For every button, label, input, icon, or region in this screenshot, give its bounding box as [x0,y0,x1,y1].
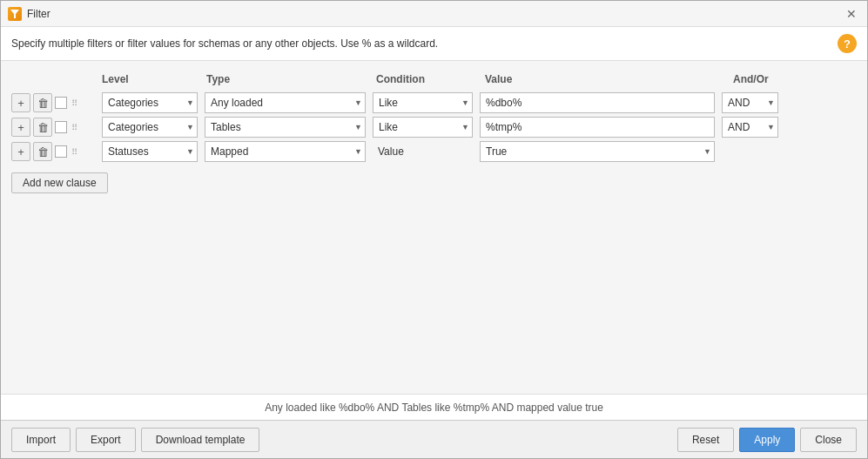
col-andor-header: And/Or [730,73,857,85]
titlebar: Filter ✕ [1,1,867,27]
level-select-2[interactable]: Categories Statuses Tags [102,117,198,138]
window-title: Filter [27,8,50,20]
level-select-wrapper-2: Categories Statuses Tags ▼ [102,117,198,138]
andor-select-wrapper-1: AND OR ▼ [722,92,778,113]
titlebar-left: Filter [8,7,50,21]
type-select-wrapper-1: Any loaded Tables Views Schemas ▼ [205,92,366,113]
column-headers: Level Type Condition Value And/Or [11,70,857,89]
condition-value-label-3: Value [373,141,473,162]
level-select-3[interactable]: Categories Statuses Tags [102,141,198,162]
add-row-3-button[interactable]: + [11,142,30,161]
footer: Import Export Download template Reset Ap… [1,420,867,458]
col-level-header: Level [98,73,203,85]
value-input-1[interactable] [480,92,715,113]
value-select-wrapper-3: True False ▼ [480,141,715,162]
status-bar: Any loaded like %dbo% AND Tables like %t… [1,394,867,420]
level-select-wrapper-3: Categories Statuses Tags ▼ [102,141,198,162]
value-select-3[interactable]: True False [480,141,715,162]
add-clause-button[interactable]: Add new clause [11,172,108,193]
delete-row-3-button[interactable]: 🗑 [33,142,52,161]
info-text: Specify multiple filters or filter value… [11,37,438,50]
download-template-button[interactable]: Download template [141,428,260,452]
row-actions-3: + 🗑 ⠿ [11,142,98,161]
footer-right: Reset Apply Close [677,428,857,452]
footer-close-button[interactable]: Close [800,428,857,452]
col-type-header: Type [203,73,373,85]
andor-select-2[interactable]: AND OR [722,117,778,138]
condition-select-wrapper-1: Like Not Like Equals ▼ [373,92,473,113]
export-button[interactable]: Export [76,428,136,452]
info-bar: Specify multiple filters or filter value… [1,27,867,61]
filter-row-1: + 🗑 ⠿ Categories Statuses Tags ▼ Any loa… [11,92,857,113]
close-icon[interactable]: ✕ [843,5,860,23]
drag-handle-2[interactable]: ⠿ [71,123,77,132]
drag-handle-3[interactable]: ⠿ [71,147,77,157]
import-button[interactable]: Import [11,428,71,452]
andor-select-1[interactable]: AND OR [722,92,778,113]
row-1-checkbox[interactable] [55,97,67,109]
add-row-2-button[interactable]: + [11,118,30,137]
filter-icon [8,7,22,21]
delete-row-2-button[interactable]: 🗑 [33,118,52,137]
row-actions-1: + 🗑 ⠿ [11,93,98,112]
condition-select-wrapper-2: Like Not Like Equals ▼ [373,117,473,138]
type-select-2[interactable]: Any loaded Tables Views Schemas [205,117,366,138]
reset-button[interactable]: Reset [677,428,734,452]
condition-select-1[interactable]: Like Not Like Equals [373,92,473,113]
apply-button[interactable]: Apply [739,428,795,452]
col-condition-header: Condition [373,73,481,85]
value-input-2[interactable] [480,117,715,138]
filter-row-2: + 🗑 ⠿ Categories Statuses Tags ▼ Any loa… [11,117,857,138]
condition-select-2[interactable]: Like Not Like Equals [373,117,473,138]
add-row-1-button[interactable]: + [11,93,30,112]
andor-select-wrapper-2: AND OR ▼ [722,117,778,138]
status-text: Any loaded like %dbo% AND Tables like %t… [265,402,603,414]
delete-row-1-button[interactable]: 🗑 [33,93,52,112]
main-content: Level Type Condition Value And/Or + 🗑 ⠿ … [1,61,867,394]
footer-left: Import Export Download template [11,428,259,452]
type-select-1[interactable]: Any loaded Tables Views Schemas [205,92,366,113]
type-select-3[interactable]: Mapped Unmapped [205,141,366,162]
type-select-wrapper-2: Any loaded Tables Views Schemas ▼ [205,117,366,138]
filter-row-3: + 🗑 ⠿ Categories Statuses Tags ▼ Mapped … [11,141,857,162]
filter-icon-svg [10,10,19,18]
col-value-header: Value [481,73,730,85]
row-2-checkbox[interactable] [55,121,67,133]
svg-marker-0 [10,10,19,18]
filter-window: Filter ✕ Specify multiple filters or fil… [0,0,868,459]
row-actions-2: + 🗑 ⠿ [11,118,98,137]
drag-handle-1[interactable]: ⠿ [71,98,77,108]
row-3-checkbox[interactable] [55,145,67,158]
level-select-1[interactable]: Categories Statuses Tags [102,92,198,113]
level-select-wrapper-1: Categories Statuses Tags ▼ [102,92,198,113]
type-select-wrapper-3: Mapped Unmapped ▼ [205,141,366,162]
help-icon[interactable]: ? [838,34,857,53]
